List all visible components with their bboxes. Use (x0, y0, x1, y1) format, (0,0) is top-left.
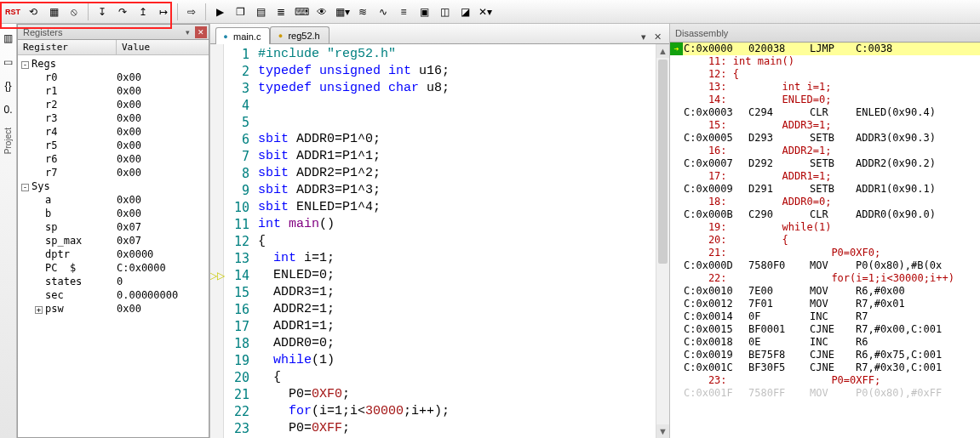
col-value[interactable]: Value (117, 40, 209, 54)
watch-icon[interactable]: 👁 (312, 3, 331, 21)
register-group[interactable]: -Sys (18, 179, 209, 193)
window-icon[interactable]: ❐ (231, 3, 249, 21)
tab-dropdown-icon[interactable]: ▾ (637, 30, 650, 43)
tree-toggle-icon[interactable]: + (35, 306, 43, 314)
functions-tab-icon[interactable]: {} (0, 77, 18, 95)
table-dd-icon[interactable]: ▦▾ (333, 3, 352, 21)
disasm-source-line[interactable]: 15: ADDR3=1; (670, 119, 980, 132)
disassembly-content[interactable]: ➔ C:0x0000020038LJMPC:0038 11: int main(… (670, 43, 980, 438)
tree-toggle-icon[interactable]: - (21, 184, 29, 191)
step-over-icon[interactable]: ↷ (113, 3, 132, 21)
step-icon[interactable]: ▦ (44, 3, 63, 21)
tab-reg52-h[interactable]: ●reg52.h (270, 26, 329, 43)
disasm-line[interactable]: C:0x0005D293SETBADDR3(0x90.3) (670, 132, 980, 145)
scroll-thumb[interactable] (658, 60, 668, 264)
list-icon[interactable]: ≣ (272, 3, 290, 21)
perf-icon[interactable]: ◫ (435, 3, 454, 21)
disasm-source-line[interactable]: 21: P0=0XF0; (670, 247, 980, 259)
disasm-source-line[interactable]: 22: for(i=1;i<30000;i++) (670, 272, 980, 285)
disasm-source-line[interactable]: 17: ADDR1=1; (670, 170, 980, 183)
disasm-line[interactable]: C:0x0019BE75F8CJNER6,#0x75,C:001 (670, 349, 980, 361)
register-row[interactable]: r00x00 (18, 71, 209, 84)
disasm-line[interactable]: C:0x00127F01MOVR7,#0x01 (670, 298, 980, 310)
disasm-line[interactable]: C:0x0003C294CLRENLED(0x90.4) (670, 106, 980, 119)
disasm-source-line[interactable]: 13: int i=1; (670, 81, 980, 94)
disasm-line[interactable]: C:0x000D7580F0MOVP0(0x80),#B(0x (670, 259, 980, 272)
gutter-marks[interactable]: ▷▷ (210, 44, 224, 438)
disasm-line[interactable]: C:0x001CBF30F5CJNER7,#0x30,C:001 (670, 361, 980, 374)
step-out-icon[interactable]: ↥ (134, 3, 152, 21)
trace-icon[interactable]: ≡ (394, 3, 413, 21)
run-icon[interactable]: ▶ (210, 3, 229, 21)
step-into-icon[interactable]: ↧ (93, 3, 112, 21)
project-strip-label[interactable]: Project (3, 128, 13, 154)
disasm-source-line[interactable]: 14: ENLED=0; (670, 94, 980, 106)
close-icon[interactable]: ✕ (195, 26, 207, 38)
disasm-source-line[interactable]: 12: { (670, 68, 980, 81)
register-row[interactable]: sec0.00000000 (18, 288, 209, 302)
register-row[interactable]: sp_max0x07 (18, 234, 209, 247)
col-register[interactable]: Register (18, 40, 117, 54)
register-row[interactable]: r20x00 (18, 98, 209, 111)
project-tab-icon[interactable]: ▥ (0, 29, 18, 48)
register-row[interactable]: r40x00 (18, 125, 209, 139)
memory-icon[interactable]: ▤ (251, 3, 270, 21)
debug-toolbar: RST⟲▦⦸↧↷↥↦⇨▶❐▤≣⌨👁▦▾≋∿≡▣◫◪✕▾ (0, 0, 980, 24)
register-group[interactable]: -Regs (18, 57, 209, 71)
coverage-icon[interactable]: ▣ (415, 3, 433, 21)
register-row[interactable]: states0 (18, 275, 209, 288)
run-to-icon[interactable]: ↦ (154, 3, 173, 21)
register-row[interactable]: sp0x07 (18, 220, 209, 234)
disasm-line[interactable]: C:0x00140FINCR7 (670, 310, 980, 323)
disasm-source-line[interactable]: 16: ADDR2=1; (670, 145, 980, 157)
disasm-line[interactable]: C:0x000BC290CLRADDR0(0x90.0) (670, 208, 980, 221)
reset-button[interactable]: RST (3, 3, 22, 21)
register-row[interactable]: r50x00 (18, 139, 209, 152)
register-row[interactable]: r60x00 (18, 152, 209, 166)
disasm-source-line[interactable]: 11: int main() (670, 55, 980, 68)
register-row[interactable]: r30x00 (18, 111, 209, 125)
serial-icon[interactable]: ≋ (353, 3, 372, 21)
panel-menu-icon[interactable]: ▾ (181, 26, 193, 38)
file-h-icon: ● (276, 31, 284, 40)
disasm-line[interactable]: C:0x0015BF0001CJNER7,#0x00,C:001 (670, 323, 980, 336)
disassembly-panel-header: Disassembly (670, 24, 980, 43)
disasm-line[interactable]: C:0x0009D291SETBADDR1(0x90.1) (670, 183, 980, 196)
disasm-line[interactable]: C:0x0000020038LJMPC:0038 (670, 43, 980, 55)
tab-label: reg52.h (288, 31, 319, 41)
code-editor[interactable]: ▷▷ 1234567891011121314151617181920212223… (210, 44, 669, 438)
vertical-scrollbar[interactable]: ▲ ▼ (656, 44, 669, 438)
disasm-source-line[interactable]: 19: while(1) (670, 221, 980, 234)
perf2-icon[interactable]: ◪ (456, 3, 474, 21)
scroll-down-icon[interactable]: ▼ (656, 424, 669, 438)
register-row[interactable]: r10x00 (18, 84, 209, 98)
analyzer-icon[interactable]: ∿ (374, 3, 393, 21)
disasm-source-line[interactable]: 23: P0=0XFF; (670, 374, 980, 387)
output-icon[interactable]: ⌨ (292, 3, 311, 21)
disasm-line[interactable]: C:0x00107E00MOVR6,#0x00 (670, 285, 980, 298)
register-row[interactable]: +psw0x00 (18, 302, 209, 316)
register-row[interactable]: r70x00 (18, 166, 209, 179)
disasm-source-line[interactable]: 18: ADDR0=0; (670, 196, 980, 208)
disasm-line[interactable]: C:0x00180EINCR6 (670, 336, 980, 349)
register-row[interactable]: PC $C:0x0000 (18, 261, 209, 275)
disasm-line[interactable]: C:0x0007D292SETBADDR2(0x90.2) (670, 157, 980, 170)
disasm-line[interactable]: C:0x001F7580FFMOVP0(0x80),#0xFF (670, 387, 980, 400)
tools-dd-icon[interactable]: ✕▾ (476, 3, 495, 21)
pc-cursor-icon: ▷▷ (210, 267, 224, 284)
register-row[interactable]: a0x00 (18, 193, 209, 207)
disasm-source-line[interactable]: 20: { (670, 234, 980, 247)
books-tab-icon[interactable]: ▭ (0, 53, 18, 71)
tree-toggle-icon[interactable]: - (21, 61, 29, 69)
code-content[interactable]: #include "reg52.h" typedef unsigned int … (255, 44, 656, 438)
reset-icon[interactable]: ⟲ (24, 3, 43, 21)
arrow-right-icon[interactable]: ⇨ (182, 3, 201, 21)
register-row[interactable]: dptr0x0000 (18, 247, 209, 261)
register-row[interactable]: b0x00 (18, 207, 209, 220)
stop-icon[interactable]: ⦸ (65, 3, 83, 21)
scroll-up-icon[interactable]: ▲ (656, 44, 669, 58)
tab-main-c[interactable]: ●main.c (215, 27, 270, 44)
registers-tree[interactable]: -Regsr00x00r10x00r20x00r30x00r40x00r50x0… (18, 55, 209, 437)
tab-close-icon[interactable]: ✕ (650, 30, 664, 43)
templates-tab-icon[interactable]: 0. (0, 100, 18, 119)
